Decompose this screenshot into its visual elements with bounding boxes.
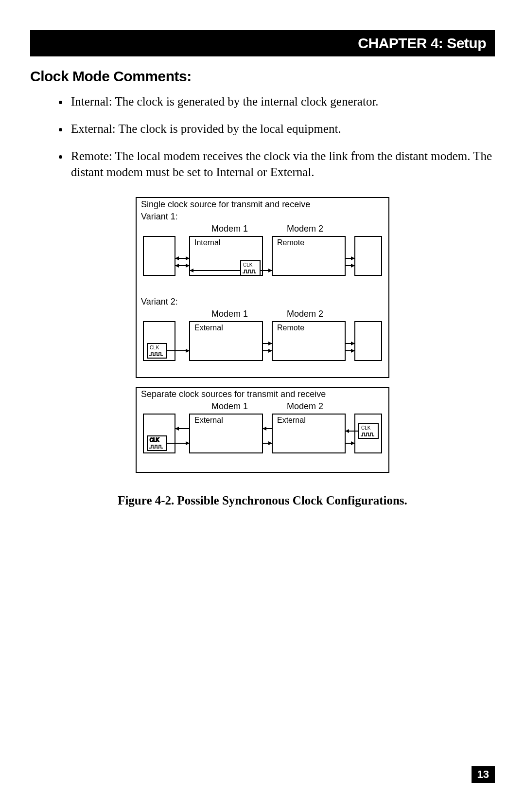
sep-modem2-mode: External: [277, 416, 306, 424]
v1-modem2-mode: Remote: [277, 238, 304, 247]
v1-modem1-label: Modem 1: [211, 224, 248, 234]
svg-marker-53: [351, 441, 355, 445]
v2-modem1-mode: External: [194, 324, 223, 332]
chapter-header: CHAPTER 4: Setup: [30, 30, 495, 56]
bullet-item: Remote: The local modem receives the clo…: [69, 148, 495, 181]
chapter-title: CHAPTER 4: Setup: [358, 35, 486, 52]
clk-label: CLK: [150, 345, 159, 350]
bullet-item: Internal: The clock is generated by the …: [69, 93, 495, 110]
svg-marker-47: [262, 427, 266, 431]
svg-marker-28: [268, 349, 272, 353]
clock-icon: CLK: [241, 261, 260, 275]
clk-label: CLK: [150, 437, 159, 443]
variant2-label: Variant 2:: [141, 297, 178, 307]
clock-icon: CLK: [147, 436, 167, 451]
figure-caption: Figure 4-2. Possible Synchronous Clock C…: [30, 494, 495, 507]
sep-modem2-label: Modem 2: [287, 401, 323, 411]
svg-marker-34: [351, 349, 355, 353]
svg-marker-7: [186, 256, 190, 260]
clk-label: CLK: [243, 262, 253, 268]
svg-marker-30: [268, 342, 272, 345]
svg-marker-43: [175, 427, 179, 431]
svg-marker-17: [351, 256, 355, 260]
v2-modem2-mode: Remote: [277, 324, 304, 332]
sep-modem1-label: Modem 1: [211, 401, 248, 411]
svg-marker-9: [175, 264, 179, 268]
svg-marker-45: [186, 441, 190, 445]
svg-marker-32: [351, 342, 355, 345]
bullet-item: External: The clock is provided by the l…: [69, 121, 495, 137]
svg-marker-49: [268, 441, 272, 445]
clock-icon: CLK: [359, 424, 378, 438]
figure: Single clock source for transmit and rec…: [30, 195, 495, 477]
svg-marker-15: [268, 269, 272, 272]
v1-modem1-mode: Internal: [194, 238, 220, 247]
svg-marker-13: [190, 269, 193, 272]
v2-modem2-label: Modem 2: [287, 309, 323, 319]
box1-title: Single clock source for transmit and rec…: [141, 199, 310, 209]
bullet-list: Internal: The clock is generated by the …: [50, 93, 495, 180]
sep-modem1-mode: External: [194, 416, 223, 424]
box2-title: Separate clock sources for transmit and …: [141, 389, 326, 399]
document-page: CHAPTER 4: Setup Clock Mode Comments: In…: [0, 0, 525, 812]
section-title: Clock Mode Comments:: [30, 68, 495, 85]
v2-modem1-label: Modem 1: [211, 309, 248, 319]
svg-marker-10: [186, 264, 190, 268]
clock-diagram: Single clock source for transmit and rec…: [126, 195, 399, 477]
svg-marker-19: [351, 264, 355, 268]
svg-rect-23: [355, 322, 382, 361]
svg-rect-1: [143, 236, 175, 275]
svg-marker-26: [186, 349, 190, 353]
clock-icon: CLK: [147, 343, 167, 358]
page-number: 13: [472, 766, 495, 783]
svg-marker-6: [175, 256, 179, 260]
svg-rect-4: [355, 236, 382, 275]
svg-marker-51: [345, 429, 349, 433]
clk-label: CLK: [361, 425, 371, 431]
variant1-label: Variant 1:: [141, 212, 178, 221]
v1-modem2-label: Modem 2: [287, 224, 323, 234]
